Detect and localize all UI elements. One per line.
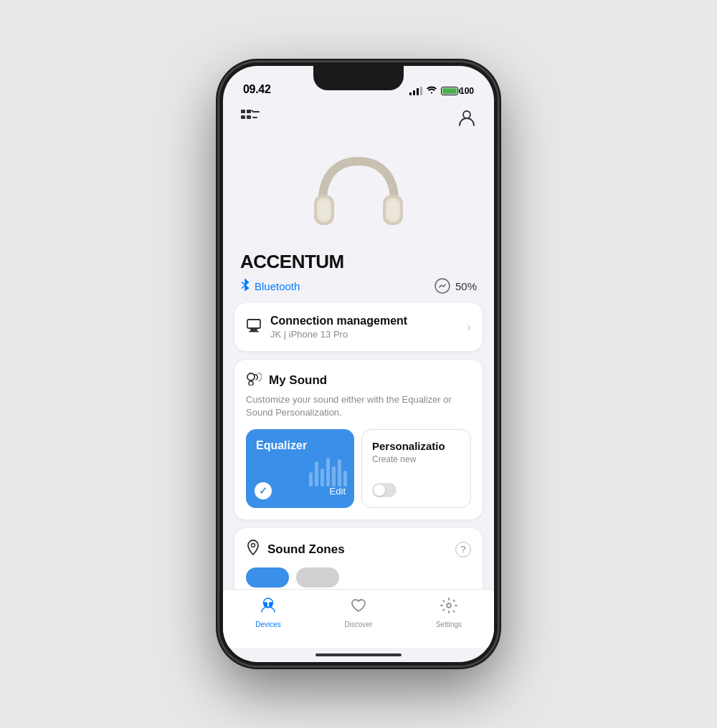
phone-frame: 09.42 xyxy=(219,62,498,666)
nav-devices-icon xyxy=(260,598,277,618)
svg-point-23 xyxy=(447,603,451,608)
wifi-icon xyxy=(426,85,437,96)
screen: 09.42 xyxy=(223,66,494,662)
equalizer-card[interactable]: Equalizer ✓ xyxy=(246,429,354,508)
nav-discover-label: Discover xyxy=(345,621,373,628)
equalizer-edit-label[interactable]: Edit xyxy=(330,486,346,497)
bluetooth-text: Bluetooth xyxy=(255,280,300,292)
my-sound-card: My Sound Customize your sound either wit… xyxy=(234,360,483,519)
personalization-label: Personalizatio xyxy=(372,440,460,452)
signal-icon xyxy=(409,87,422,95)
equalizer-label: Equalizer xyxy=(256,439,344,452)
nav-settings[interactable]: Settings xyxy=(404,598,494,628)
svg-rect-16 xyxy=(250,329,257,331)
sound-description: Customize your sound either with the Equ… xyxy=(246,393,471,419)
sound-zones-left: Sound Zones xyxy=(246,540,345,559)
personalization-sublabel: Create new xyxy=(372,454,460,464)
battery-percent-text: 50% xyxy=(455,280,477,292)
equalizer-bottom: ✓ Edit xyxy=(255,482,346,499)
sound-zone-preview xyxy=(246,567,471,588)
connection-management-card[interactable]: Connection management JK | iPhone 13 Pro… xyxy=(234,303,483,351)
toggle-knob xyxy=(374,484,385,496)
app-header: + xyxy=(223,102,494,136)
svg-rect-13 xyxy=(387,201,399,219)
help-icon[interactable]: ? xyxy=(455,542,471,557)
connection-title: Connection management xyxy=(270,315,407,327)
nav-settings-label: Settings xyxy=(436,621,462,628)
status-icons: 100 xyxy=(409,85,474,96)
nav-devices[interactable]: Devices xyxy=(223,598,313,628)
personalization-toggle[interactable] xyxy=(372,483,397,497)
my-sound-header: My Sound xyxy=(246,371,471,389)
sound-icon xyxy=(246,371,262,389)
svg-rect-12 xyxy=(318,201,330,219)
device-name: ACCENTUM xyxy=(240,251,477,273)
connection-subtitle: JK | iPhone 13 Pro xyxy=(270,329,407,340)
equalizer-check-icon: ✓ xyxy=(255,482,272,499)
sound-options: Equalizer ✓ xyxy=(246,429,471,508)
svg-rect-0 xyxy=(241,110,245,113)
bluetooth-icon xyxy=(240,278,250,294)
svg-rect-3 xyxy=(247,115,251,119)
my-sound-title: My Sound xyxy=(269,373,327,388)
zone-bubble-active xyxy=(246,567,289,588)
svg-rect-22 xyxy=(269,602,272,607)
bluetooth-badge: Bluetooth xyxy=(240,278,300,294)
svg-rect-2 xyxy=(241,115,245,119)
profile-button[interactable] xyxy=(454,105,480,130)
nav-discover-icon xyxy=(350,598,367,618)
device-name-section: ACCENTUM Bluetooth xyxy=(223,251,494,303)
svg-rect-17 xyxy=(249,331,259,332)
location-icon xyxy=(246,540,260,559)
connection-info: Connection management JK | iPhone 13 Pro xyxy=(270,315,407,340)
sound-zones-header: Sound Zones ? xyxy=(246,540,471,559)
svg-point-18 xyxy=(247,373,255,380)
nav-settings-icon xyxy=(440,598,457,618)
home-indicator xyxy=(223,648,494,662)
svg-point-7 xyxy=(463,111,470,118)
svg-rect-6 xyxy=(252,117,257,118)
home-bar xyxy=(315,653,402,656)
menu-button[interactable]: + xyxy=(237,105,263,130)
zone-bubble-inactive xyxy=(296,567,339,588)
device-status-row: Bluetooth 50% xyxy=(240,277,477,294)
cards-container: Connection management JK | iPhone 13 Pro… xyxy=(223,303,494,589)
hero-section xyxy=(223,136,494,251)
svg-rect-21 xyxy=(264,602,267,607)
nav-discover[interactable]: Discover xyxy=(313,598,404,628)
connection-icon xyxy=(246,317,262,337)
headphones-image xyxy=(301,150,416,244)
status-time: 09.42 xyxy=(243,83,271,96)
svg-point-19 xyxy=(249,381,253,385)
battery-indicator: 100 xyxy=(441,86,474,96)
headphones-battery-icon xyxy=(434,277,451,294)
bottom-nav: Devices Discover Settings xyxy=(223,589,494,648)
connection-left: Connection management JK | iPhone 13 Pro xyxy=(246,315,407,340)
personalization-card[interactable]: Personalizatio Create new xyxy=(361,429,471,508)
battery-level: 50% xyxy=(434,277,477,294)
svg-rect-15 xyxy=(247,320,260,328)
svg-point-20 xyxy=(252,544,255,547)
sound-zones-card[interactable]: Sound Zones ? xyxy=(234,528,483,589)
chevron-right-icon: › xyxy=(467,320,471,335)
notch xyxy=(313,66,404,90)
svg-rect-5 xyxy=(252,111,260,112)
nav-devices-label: Devices xyxy=(255,621,281,628)
sound-zones-title: Sound Zones xyxy=(267,542,345,557)
